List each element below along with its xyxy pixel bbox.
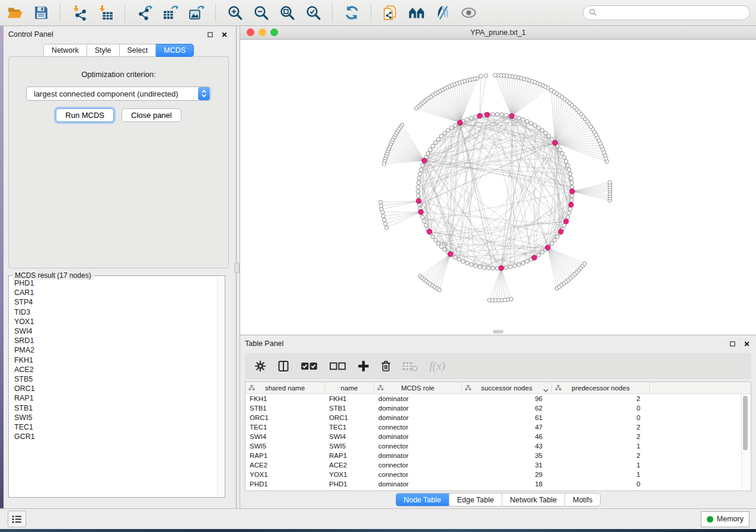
panel-splitter[interactable] [234,26,240,508]
cell-predecessor-nodes: 0 [552,414,650,421]
result-item[interactable]: CAR1 [10,288,217,297]
delete-column-icon[interactable] [381,360,391,372]
export-image-icon[interactable] [187,4,205,22]
deselect-all-icon[interactable] [329,360,346,372]
result-item[interactable]: TEC1 [10,422,217,432]
table-row[interactable]: TEC1TEC1connector472 [245,422,751,432]
criterion-dropdown[interactable]: largest connected component (undirected) [26,86,211,101]
result-item[interactable]: SWI5 [10,413,217,422]
toolbar-separator [332,4,333,22]
column-header-MCDS-role[interactable]: MCDS role [374,382,462,393]
tab-select[interactable]: Select [120,44,157,57]
open-session-icon[interactable] [6,4,24,22]
result-item[interactable]: STB5 [10,374,217,384]
cell-predecessor-nodes: 2 [552,395,650,402]
column-header-name[interactable]: name [325,382,374,393]
result-item[interactable]: SRD1 [10,336,217,345]
tab-node-table[interactable]: Node Table [396,493,449,506]
table-row[interactable]: PHD1PHD1dominator180 [245,479,751,489]
tab-motifs[interactable]: Motifs [564,493,600,506]
list-view-button[interactable] [8,511,26,527]
table-row[interactable]: RAP1RAP1dominator352 [245,451,751,460]
cell-name: SWI4 [325,433,374,440]
gear-icon[interactable] [254,360,266,372]
tab-mcds[interactable]: MCDS [156,44,194,57]
table-row[interactable]: SWI5SWI5connector431 [245,441,751,451]
column-header-predecessor-nodes[interactable]: predecessor nodes [552,382,650,393]
zoom-fit-icon[interactable] [278,4,296,22]
window-zoom-button[interactable] [270,28,278,36]
cell-MCDS-role: connector [374,424,462,431]
run-mcds-button[interactable]: Run MCDS [56,108,114,122]
binoculars-icon[interactable] [407,4,425,22]
cell-predecessor-nodes: 2 [552,433,650,440]
window-close-button[interactable] [247,28,254,36]
table-row[interactable]: ACE2ACE2connector311 [245,460,751,470]
float-table-panel-icon[interactable] [728,339,737,348]
zoom-out-icon[interactable] [252,4,270,22]
share-document-icon[interactable] [381,4,399,22]
search-box[interactable] [583,5,750,20]
column-header-successor-nodes[interactable]: successor nodes [462,382,552,393]
zoom-in-icon[interactable] [226,4,244,22]
cell-successor-nodes: 18 [462,480,552,488]
tab-network-table[interactable]: Network Table [502,493,564,506]
table-row[interactable]: ORC1ORC1dominator610 [245,413,751,422]
result-item[interactable]: FKH1 [10,355,217,365]
result-item[interactable]: RAP1 [10,393,217,403]
result-item[interactable]: STB1 [10,403,217,413]
result-item[interactable]: ACE2 [10,365,217,374]
cell-MCDS-role: dominator [374,405,462,412]
table-scrollbar[interactable] [741,394,749,489]
close-table-panel-icon[interactable] [742,339,751,348]
result-item[interactable]: YOX1 [10,317,217,326]
tab-edge-table[interactable]: Edge Table [449,493,502,506]
result-scrollbar[interactable] [217,277,224,496]
close-panel-icon[interactable] [219,30,229,39]
network-graph[interactable] [240,40,756,335]
result-item[interactable]: PMA2 [10,345,217,355]
canvas-hscroll-thumb[interactable] [493,330,503,334]
float-panel-icon[interactable] [205,30,215,39]
split-panel-icon[interactable] [277,360,289,372]
tree-icon [377,384,384,392]
export-network-icon[interactable] [135,4,153,22]
apply-layout-icon[interactable] [343,4,361,22]
tab-network[interactable]: Network [43,44,87,57]
export-table-icon[interactable] [161,4,179,22]
toggle-details-icon[interactable] [433,4,451,22]
memory-button[interactable]: Memory [701,511,749,527]
result-item[interactable]: ORC1 [10,384,217,393]
cell-MCDS-role: connector [374,462,462,469]
table-row[interactable]: STB1STB1dominator620 [245,403,751,413]
show-hide-icon[interactable] [460,4,477,22]
cell-successor-nodes: 43 [462,443,552,450]
result-item[interactable]: GCR1 [10,432,217,441]
tab-style[interactable]: Style [87,44,120,57]
table-scroll-thumb[interactable] [743,396,748,450]
network-canvas[interactable] [240,40,756,335]
import-table-icon[interactable] [97,4,114,22]
table-row[interactable]: SWI4SWI4dominator462 [245,432,751,441]
save-session-icon[interactable] [32,4,50,22]
zoom-selected-icon[interactable] [304,4,322,22]
search-input[interactable] [599,8,744,18]
splitter-grip[interactable] [234,262,240,273]
window-minimize-button[interactable] [259,28,266,36]
cell-successor-nodes: 62 [462,405,552,412]
result-item[interactable]: PHD1 [10,278,217,288]
result-item[interactable]: TID3 [10,307,217,317]
close-panel-button[interactable]: Close panel [122,108,181,122]
result-item[interactable]: SWI4 [10,326,217,336]
add-column-icon[interactable] [358,360,369,372]
select-all-icon[interactable] [301,360,318,372]
result-item[interactable]: STP4 [10,297,217,307]
table-row[interactable]: FKH1FKH1dominator962 [245,394,751,403]
control-panel-title: Control Panel [8,30,53,39]
column-header-shared-name[interactable]: shared name [245,382,325,393]
sort-chevron-icon [543,386,548,393]
cell-predecessor-nodes: 0 [552,480,650,488]
desktop-background-left [0,26,4,532]
import-network-icon[interactable] [71,4,88,22]
table-row[interactable]: YOX1YOX1connector291 [245,470,751,479]
